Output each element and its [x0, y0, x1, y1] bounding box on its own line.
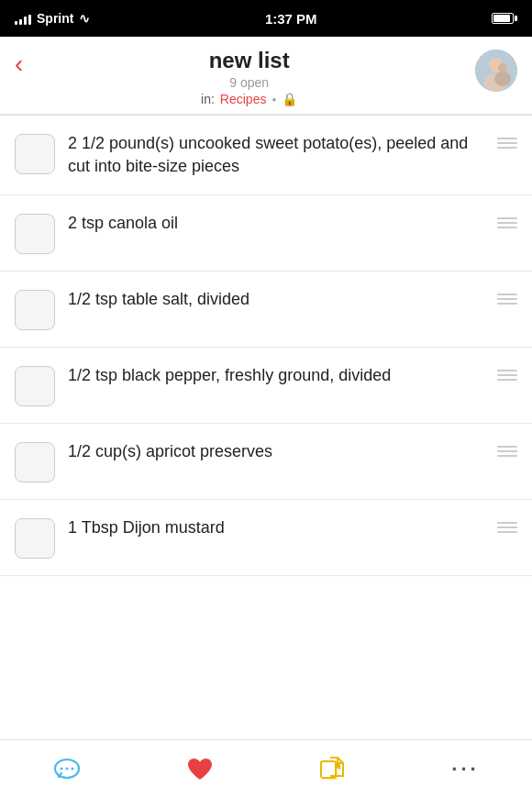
list-item: 1/2 tsp table salt, divided — [0, 272, 532, 348]
list-item: 1 Tbsp Dijon mustard — [0, 500, 532, 576]
item-checkbox[interactable] — [15, 442, 55, 482]
item-checkbox[interactable] — [15, 214, 55, 254]
status-right — [492, 13, 517, 24]
item-checkbox[interactable] — [15, 366, 55, 406]
category-link[interactable]: Recipes — [220, 92, 267, 106]
carrier-label: Sprint — [37, 11, 73, 26]
svg-point-7 — [65, 767, 68, 770]
status-time: 1:37 PM — [265, 11, 317, 27]
status-left: Sprint ∿ — [15, 11, 90, 26]
page-title: new list — [23, 48, 475, 73]
tab-more[interactable]: ··· — [438, 749, 493, 790]
header-center: new list 9 open in: Recipes ● 🔒 — [23, 48, 475, 106]
svg-point-4 — [494, 72, 511, 86]
item-text: 1 Tbsp Dijon mustard — [68, 516, 484, 539]
tab-chat[interactable] — [39, 749, 94, 790]
item-text: 1/2 tsp black pepper, freshly ground, di… — [68, 364, 484, 387]
tab-share[interactable] — [305, 749, 360, 790]
list-item: 2 tsp canola oil — [0, 195, 532, 272]
status-bar: Sprint ∿ 1:37 PM — [0, 0, 532, 37]
open-count: 9 open — [23, 75, 475, 90]
item-checkbox[interactable] — [15, 134, 55, 174]
battery-icon — [492, 13, 517, 24]
drag-handle[interactable] — [497, 288, 517, 305]
item-text: 1/2 cup(s) apricot preserves — [68, 440, 484, 463]
category-row: in: Recipes ● 🔒 — [23, 92, 475, 106]
item-text: 1/2 tsp table salt, divided — [68, 288, 484, 311]
item-text: 2 tsp canola oil — [68, 212, 484, 235]
category-prefix: in: — [201, 92, 215, 106]
header: ‹ new list 9 open in: Recipes ● 🔒 — [0, 37, 532, 115]
drag-handle[interactable] — [497, 132, 517, 149]
avatar[interactable] — [475, 50, 517, 92]
avatar-image — [475, 50, 517, 92]
drag-handle[interactable] — [497, 440, 517, 457]
item-text: 2 1/2 pound(s) uncooked sweet potato(es)… — [68, 132, 484, 178]
item-checkbox[interactable] — [15, 290, 55, 330]
back-button[interactable]: ‹ — [15, 51, 23, 77]
list-item: 1/2 tsp black pepper, freshly ground, di… — [0, 348, 532, 424]
drag-handle[interactable] — [497, 364, 517, 381]
drag-handle[interactable] — [497, 516, 517, 533]
signal-bars — [15, 12, 31, 25]
item-checkbox[interactable] — [15, 518, 55, 559]
svg-point-6 — [60, 767, 62, 770]
tab-bar: ··· — [0, 739, 532, 798]
wifi-icon: ∿ — [79, 11, 90, 26]
drag-handle[interactable] — [497, 212, 517, 228]
tab-heart[interactable] — [172, 749, 227, 790]
list-item: 2 1/2 pound(s) uncooked sweet potato(es)… — [0, 116, 532, 195]
list-item: 1/2 cup(s) apricot preserves — [0, 424, 532, 500]
svg-point-3 — [498, 63, 507, 72]
svg-point-8 — [71, 767, 73, 770]
list-container: 2 1/2 pound(s) uncooked sweet potato(es)… — [0, 116, 532, 726]
dot-separator: ● — [272, 95, 276, 104]
lock-icon: 🔒 — [282, 92, 297, 106]
